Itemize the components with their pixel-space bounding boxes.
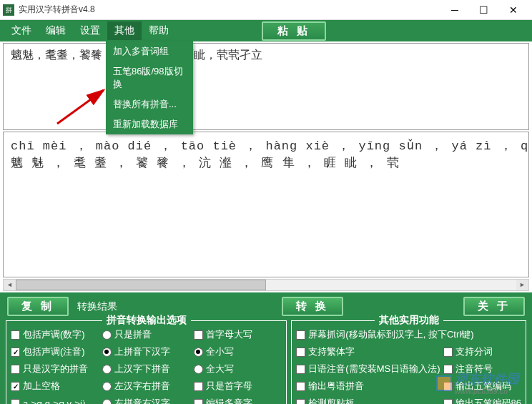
option-支持繁体字[interactable]: 支持繁体字 — [296, 345, 440, 358]
dropdown-other: 加入多音词组 五笔86版/98版切换 替换所有拼音... 重新加载数据库 — [106, 41, 193, 134]
option-包括声调(注音)[interactable]: 包括声调(注音) — [11, 345, 99, 358]
maximize-button[interactable]: ☐ — [469, 1, 498, 19]
watermark-text: 河东软件园 — [455, 372, 519, 386]
legend-other-functions: 其他实用功能 — [375, 314, 443, 327]
option-label: 左汉字右拼音 — [114, 380, 170, 393]
option-只是拼音[interactable]: 只是拼音 — [102, 328, 191, 341]
checkbox-icon[interactable] — [194, 399, 203, 405]
option-a->ɑ g->ɡ v->ü[interactable]: a->ɑ g->ɡ v->ü — [11, 397, 99, 404]
horizontal-scrollbar[interactable]: ◄ ► — [3, 279, 529, 291]
output-pinyin-line: chī mèi ， mào dié ， tāo tiè ， hàng xiè ，… — [11, 138, 521, 155]
radio-icon[interactable] — [102, 330, 112, 340]
option-label: a->ɑ g->ɡ v->ü — [23, 398, 85, 405]
option-只是首字母[interactable]: 只是首字母 — [194, 380, 282, 393]
option-左汉字右拼音[interactable]: 左汉字右拼音 — [102, 380, 191, 393]
watermark-url: www.pc0359.cn — [455, 388, 519, 395]
about-button[interactable]: 关 于 — [463, 297, 525, 316]
copy-button[interactable]: 复 制 — [7, 297, 69, 316]
option-label: 屏幕抓词(移动鼠标到汉字上, 按下Ctrl键) — [308, 328, 473, 341]
convert-button[interactable]: 转 换 — [282, 297, 343, 316]
option-label: 检测剪贴板 — [308, 397, 355, 404]
option-日语注音(需[interactable]: 日语注音(需安装MS日语输入法) — [296, 363, 440, 375]
option-label: 包括声调(数字) — [23, 328, 85, 341]
option-label: 编辑多音字 — [206, 397, 252, 404]
checkbox-icon[interactable] — [296, 399, 305, 405]
option-输出粤语拼音[interactable]: 输出粤语拼音 — [296, 380, 440, 393]
titlebar: 拼 实用汉字转拼音v4.8 ─ ☐ ✕ — [0, 0, 532, 20]
option-label: 只是汉字的拼音 — [23, 363, 88, 375]
output-textarea[interactable]: chī mèi ， mào dié ， tāo tiè ， hàng xiè ，… — [3, 132, 529, 277]
option-支持分词[interactable]: 支持分词 — [443, 345, 521, 358]
output-hanzi-line: 魑 魅 ， 耄 耋 ， 饕 餮 ， 沆 瀣 ， 鹰 隼 ， 睚 眦 ， 茕 — [11, 155, 521, 172]
option-检测剪贴板[interactable]: 检测剪贴板 — [296, 397, 440, 404]
menu-other[interactable]: 其他 — [107, 21, 142, 40]
option-label: 输出粤语拼音 — [308, 380, 364, 393]
option-输出五笔编码[interactable]: 输出五笔编码86 — [443, 397, 521, 404]
paste-button[interactable]: 粘 贴 — [262, 21, 326, 41]
option-label: 全小写 — [206, 345, 234, 358]
option-label: 首字母大写 — [206, 328, 252, 341]
checkbox-icon[interactable] — [194, 382, 203, 391]
menu-help[interactable]: 帮助 — [142, 21, 176, 40]
checkbox-icon[interactable] — [443, 399, 453, 405]
scroll-left-icon[interactable]: ◄ — [4, 280, 16, 290]
option-label: 全大写 — [206, 363, 234, 375]
option-label: 左拼音右汉字 — [114, 397, 170, 404]
checkbox-icon[interactable] — [296, 330, 305, 340]
checkbox-icon[interactable] — [296, 382, 305, 391]
checkbox-icon[interactable] — [296, 365, 305, 374]
dropdown-item-replace[interactable]: 替换所有拼音... — [106, 94, 193, 114]
window-title: 实用汉字转拼音v4.8 — [19, 4, 440, 16]
window-controls: ─ ☐ ✕ — [440, 1, 529, 19]
option-label: 只是首字母 — [206, 380, 252, 393]
result-label: 转换结果 — [77, 300, 117, 313]
option-全小写[interactable]: 全小写 — [194, 345, 282, 358]
legend-pinyin-options: 拼音转换输出选项 — [102, 314, 191, 327]
dropdown-item-reload[interactable]: 重新加载数据库 — [106, 114, 193, 134]
option-编辑多音字[interactable]: 编辑多音字 — [194, 397, 282, 404]
option-首字母大写[interactable]: 首字母大写 — [194, 328, 282, 341]
option-加上空格[interactable]: 加上空格 — [11, 380, 99, 393]
checkbox-icon[interactable] — [194, 330, 203, 340]
checkbox-icon[interactable] — [296, 348, 305, 357]
input-textarea[interactable]: 魑魅，耄耋，饕餮，沆瀣，鹰隼，睚眦，茕茕孑立 — [3, 43, 529, 130]
checkbox-icon[interactable] — [11, 399, 20, 405]
option-label: 包括声调(注音) — [23, 345, 85, 358]
option-只是汉字的拼音[interactable]: 只是汉字的拼音 — [11, 363, 99, 375]
option-label: 上拼音下汉字 — [114, 345, 170, 358]
dropdown-item-wubi[interactable]: 五笔86版/98版切换 — [106, 61, 193, 94]
radio-icon[interactable] — [102, 382, 112, 391]
radio-icon[interactable] — [102, 348, 112, 357]
option-label: 支持分词 — [455, 345, 493, 358]
checkbox-icon[interactable] — [11, 382, 20, 391]
option-label: 输出五笔编码86 — [455, 397, 521, 404]
option-全大写[interactable]: 全大写 — [194, 363, 282, 375]
menu-edit[interactable]: 编辑 — [39, 21, 73, 40]
checkbox-icon[interactable] — [11, 365, 20, 374]
option-label: 上汉字下拼音 — [114, 363, 170, 375]
dropdown-item-polyphone[interactable]: 加入多音词组 — [106, 41, 193, 61]
radio-icon[interactable] — [102, 365, 112, 374]
option-上拼音下汉字[interactable]: 上拼音下汉字 — [102, 345, 191, 358]
radio-icon[interactable] — [194, 348, 203, 357]
menu-file[interactable]: 文件 — [4, 21, 39, 40]
option-label: 加上空格 — [23, 380, 60, 393]
minimize-button[interactable]: ─ — [440, 1, 469, 19]
checkbox-icon[interactable] — [11, 330, 20, 340]
watermark: 河东软件园 www.pc0359.cn — [436, 370, 519, 395]
option-包括声调(数字)[interactable]: 包括声调(数字) — [11, 328, 99, 341]
option-label: 支持繁体字 — [308, 345, 355, 358]
close-button[interactable]: ✕ — [498, 1, 529, 19]
option-左拼音右汉字[interactable]: 左拼音右汉字 — [102, 397, 191, 404]
checkbox-icon[interactable] — [11, 348, 20, 357]
option-label: 只是拼音 — [114, 328, 152, 341]
radio-icon[interactable] — [194, 365, 203, 374]
fieldset-pinyin-options: 拼音转换输出选项 包括声调(数字)只是拼音首字母大写包括声调(注音)上拼音下汉字… — [6, 320, 287, 404]
option-屏幕抓词(移[interactable]: 屏幕抓词(移动鼠标到汉字上, 按下Ctrl键) — [296, 328, 521, 341]
checkbox-icon[interactable] — [443, 348, 453, 357]
menu-settings[interactable]: 设置 — [73, 21, 107, 40]
scroll-right-icon[interactable]: ► — [516, 280, 528, 290]
scroll-thumb[interactable] — [16, 280, 266, 290]
radio-icon[interactable] — [102, 399, 112, 405]
option-上汉字下拼音[interactable]: 上汉字下拼音 — [102, 363, 191, 375]
